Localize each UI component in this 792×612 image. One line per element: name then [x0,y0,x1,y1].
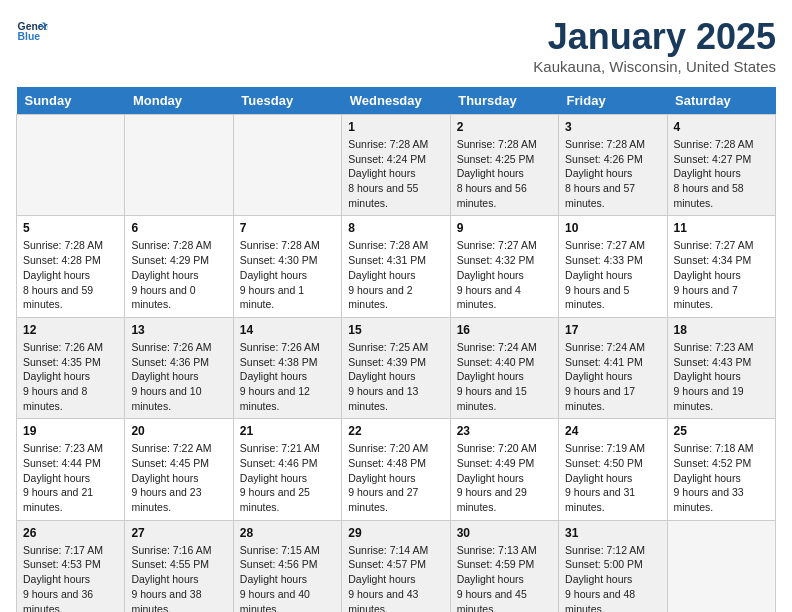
calendar-cell: 8Sunrise: 7:28 AMSunset: 4:31 PMDaylight… [342,216,450,317]
day-number: 19 [23,424,118,438]
cell-details: Sunrise: 7:18 AMSunset: 4:52 PMDaylight … [674,441,769,514]
cell-details: Sunrise: 7:28 AMSunset: 4:30 PMDaylight … [240,238,335,311]
calendar-cell: 30Sunrise: 7:13 AMSunset: 4:59 PMDayligh… [450,520,558,612]
calendar-cell: 18Sunrise: 7:23 AMSunset: 4:43 PMDayligh… [667,317,775,418]
calendar-cell: 19Sunrise: 7:23 AMSunset: 4:44 PMDayligh… [17,419,125,520]
day-number: 27 [131,526,226,540]
logo: General Blue [16,16,48,48]
day-number: 4 [674,120,769,134]
week-row-2: 12Sunrise: 7:26 AMSunset: 4:35 PMDayligh… [17,317,776,418]
calendar-cell [233,115,341,216]
title-block: January 2025 Kaukauna, Wisconsin, United… [533,16,776,75]
svg-text:Blue: Blue [18,31,41,42]
calendar-cell: 5Sunrise: 7:28 AMSunset: 4:28 PMDaylight… [17,216,125,317]
day-number: 14 [240,323,335,337]
calendar-cell: 29Sunrise: 7:14 AMSunset: 4:57 PMDayligh… [342,520,450,612]
cell-details: Sunrise: 7:28 AMSunset: 4:24 PMDaylight … [348,137,443,210]
cell-details: Sunrise: 7:26 AMSunset: 4:36 PMDaylight … [131,340,226,413]
cell-details: Sunrise: 7:12 AMSunset: 5:00 PMDaylight … [565,543,660,612]
calendar-cell [125,115,233,216]
day-number: 11 [674,221,769,235]
day-number: 28 [240,526,335,540]
calendar-table: SundayMondayTuesdayWednesdayThursdayFrid… [16,87,776,612]
cell-details: Sunrise: 7:20 AMSunset: 4:48 PMDaylight … [348,441,443,514]
weekday-header-sunday: Sunday [17,87,125,115]
calendar-cell: 3Sunrise: 7:28 AMSunset: 4:26 PMDaylight… [559,115,667,216]
calendar-cell: 21Sunrise: 7:21 AMSunset: 4:46 PMDayligh… [233,419,341,520]
calendar-cell: 22Sunrise: 7:20 AMSunset: 4:48 PMDayligh… [342,419,450,520]
calendar-cell: 28Sunrise: 7:15 AMSunset: 4:56 PMDayligh… [233,520,341,612]
calendar-cell: 16Sunrise: 7:24 AMSunset: 4:40 PMDayligh… [450,317,558,418]
cell-details: Sunrise: 7:23 AMSunset: 4:43 PMDaylight … [674,340,769,413]
calendar-cell: 26Sunrise: 7:17 AMSunset: 4:53 PMDayligh… [17,520,125,612]
cell-details: Sunrise: 7:19 AMSunset: 4:50 PMDaylight … [565,441,660,514]
day-number: 8 [348,221,443,235]
weekday-header-friday: Friday [559,87,667,115]
weekday-header-tuesday: Tuesday [233,87,341,115]
day-number: 13 [131,323,226,337]
week-row-0: 1Sunrise: 7:28 AMSunset: 4:24 PMDaylight… [17,115,776,216]
day-number: 31 [565,526,660,540]
day-number: 24 [565,424,660,438]
cell-details: Sunrise: 7:24 AMSunset: 4:41 PMDaylight … [565,340,660,413]
cell-details: Sunrise: 7:28 AMSunset: 4:26 PMDaylight … [565,137,660,210]
day-number: 29 [348,526,443,540]
cell-details: Sunrise: 7:28 AMSunset: 4:28 PMDaylight … [23,238,118,311]
calendar-cell: 23Sunrise: 7:20 AMSunset: 4:49 PMDayligh… [450,419,558,520]
day-number: 26 [23,526,118,540]
calendar-cell [17,115,125,216]
day-number: 15 [348,323,443,337]
cell-details: Sunrise: 7:25 AMSunset: 4:39 PMDaylight … [348,340,443,413]
calendar-cell: 31Sunrise: 7:12 AMSunset: 5:00 PMDayligh… [559,520,667,612]
cell-details: Sunrise: 7:14 AMSunset: 4:57 PMDaylight … [348,543,443,612]
cell-details: Sunrise: 7:17 AMSunset: 4:53 PMDaylight … [23,543,118,612]
day-number: 17 [565,323,660,337]
day-number: 3 [565,120,660,134]
week-row-1: 5Sunrise: 7:28 AMSunset: 4:28 PMDaylight… [17,216,776,317]
day-number: 9 [457,221,552,235]
day-number: 23 [457,424,552,438]
day-number: 12 [23,323,118,337]
calendar-cell: 11Sunrise: 7:27 AMSunset: 4:34 PMDayligh… [667,216,775,317]
calendar-cell: 17Sunrise: 7:24 AMSunset: 4:41 PMDayligh… [559,317,667,418]
cell-details: Sunrise: 7:24 AMSunset: 4:40 PMDaylight … [457,340,552,413]
day-number: 22 [348,424,443,438]
calendar-cell: 24Sunrise: 7:19 AMSunset: 4:50 PMDayligh… [559,419,667,520]
cell-details: Sunrise: 7:27 AMSunset: 4:32 PMDaylight … [457,238,552,311]
weekday-header-monday: Monday [125,87,233,115]
cell-details: Sunrise: 7:28 AMSunset: 4:27 PMDaylight … [674,137,769,210]
cell-details: Sunrise: 7:22 AMSunset: 4:45 PMDaylight … [131,441,226,514]
week-row-3: 19Sunrise: 7:23 AMSunset: 4:44 PMDayligh… [17,419,776,520]
cell-details: Sunrise: 7:28 AMSunset: 4:31 PMDaylight … [348,238,443,311]
calendar-cell: 10Sunrise: 7:27 AMSunset: 4:33 PMDayligh… [559,216,667,317]
cell-details: Sunrise: 7:23 AMSunset: 4:44 PMDaylight … [23,441,118,514]
calendar-cell: 6Sunrise: 7:28 AMSunset: 4:29 PMDaylight… [125,216,233,317]
calendar-cell: 2Sunrise: 7:28 AMSunset: 4:25 PMDaylight… [450,115,558,216]
day-number: 5 [23,221,118,235]
cell-details: Sunrise: 7:26 AMSunset: 4:38 PMDaylight … [240,340,335,413]
calendar-cell: 13Sunrise: 7:26 AMSunset: 4:36 PMDayligh… [125,317,233,418]
day-number: 1 [348,120,443,134]
cell-details: Sunrise: 7:16 AMSunset: 4:55 PMDaylight … [131,543,226,612]
cell-details: Sunrise: 7:27 AMSunset: 4:34 PMDaylight … [674,238,769,311]
calendar-cell: 4Sunrise: 7:28 AMSunset: 4:27 PMDaylight… [667,115,775,216]
day-number: 25 [674,424,769,438]
cell-details: Sunrise: 7:15 AMSunset: 4:56 PMDaylight … [240,543,335,612]
page-header: General Blue January 2025 Kaukauna, Wisc… [16,16,776,75]
month-title: January 2025 [533,16,776,58]
cell-details: Sunrise: 7:28 AMSunset: 4:29 PMDaylight … [131,238,226,311]
weekday-header-row: SundayMondayTuesdayWednesdayThursdayFrid… [17,87,776,115]
calendar-cell: 15Sunrise: 7:25 AMSunset: 4:39 PMDayligh… [342,317,450,418]
cell-details: Sunrise: 7:26 AMSunset: 4:35 PMDaylight … [23,340,118,413]
calendar-cell: 9Sunrise: 7:27 AMSunset: 4:32 PMDaylight… [450,216,558,317]
day-number: 16 [457,323,552,337]
calendar-cell [667,520,775,612]
cell-details: Sunrise: 7:20 AMSunset: 4:49 PMDaylight … [457,441,552,514]
location: Kaukauna, Wisconsin, United States [533,58,776,75]
cell-details: Sunrise: 7:28 AMSunset: 4:25 PMDaylight … [457,137,552,210]
calendar-cell: 27Sunrise: 7:16 AMSunset: 4:55 PMDayligh… [125,520,233,612]
day-number: 18 [674,323,769,337]
day-number: 20 [131,424,226,438]
calendar-cell: 7Sunrise: 7:28 AMSunset: 4:30 PMDaylight… [233,216,341,317]
calendar-cell: 25Sunrise: 7:18 AMSunset: 4:52 PMDayligh… [667,419,775,520]
